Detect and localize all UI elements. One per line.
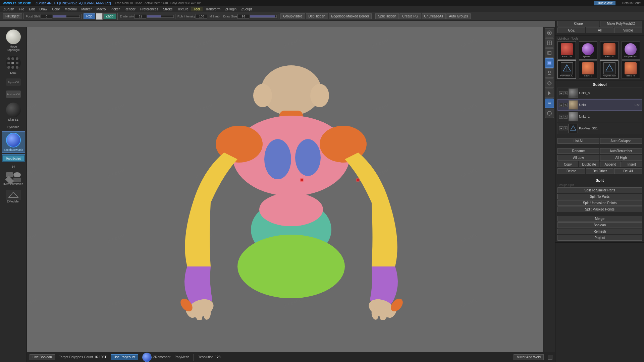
split-to-parts-button[interactable]: Split To Parts bbox=[557, 194, 642, 199]
group-visible-button[interactable]: GroupVisible bbox=[280, 13, 305, 19]
uncrease-all-button[interactable]: UnCreaseAll bbox=[422, 13, 446, 19]
menu-edit[interactable]: Edit bbox=[27, 7, 37, 11]
icon-btn-pf[interactable]: PF bbox=[545, 99, 554, 108]
menu-macro[interactable]: Macro bbox=[95, 7, 108, 11]
bottom-close-btn[interactable] bbox=[548, 355, 552, 360]
tool-thumb-polymesh3d-2[interactable]: PolyMesh3D bbox=[600, 60, 619, 79]
menu-file[interactable]: File bbox=[17, 7, 26, 11]
list-all-button[interactable]: List All bbox=[557, 138, 599, 144]
rename-button[interactable]: Rename bbox=[557, 148, 599, 154]
icon-btn-1[interactable] bbox=[545, 28, 554, 38]
left-tool-14[interactable]: 14 bbox=[2, 164, 25, 170]
fill-object-button[interactable]: FillObject bbox=[3, 13, 22, 19]
menu-zplugin[interactable]: ZPlugin bbox=[223, 7, 238, 11]
left-tool-dots[interactable]: Dots bbox=[2, 54, 25, 76]
subtool-eye-btn[interactable]: ● bbox=[559, 91, 563, 95]
menu-material[interactable]: Material bbox=[63, 7, 79, 11]
tool-thumb-basic6[interactable]: Basic_6 bbox=[600, 41, 619, 60]
subtool-eye-btn-4[interactable]: ● bbox=[559, 126, 563, 130]
left-tool-imm[interactable]: IMM Primitives bbox=[2, 171, 25, 187]
left-tool-texture[interactable]: Texture Off bbox=[2, 89, 25, 100]
left-tool-backfacemask[interactable]: BackfaceMask bbox=[2, 131, 25, 153]
focal-shift-input[interactable] bbox=[41, 14, 52, 19]
menu-zbrush[interactable]: ZBrush bbox=[1, 7, 16, 11]
rgb-button[interactable]: Rgb bbox=[84, 13, 95, 19]
icon-btn-7[interactable] bbox=[545, 88, 554, 98]
append-button[interactable]: Append bbox=[600, 162, 621, 167]
subtool-item-funk21[interactable]: ● ✎ funk2_1 bbox=[557, 111, 642, 122]
auto-collapse-button[interactable]: Auto Collapse bbox=[600, 138, 642, 144]
copy-button[interactable]: Copy bbox=[557, 162, 578, 167]
boolean-button[interactable]: Boolean bbox=[557, 222, 642, 228]
subtool-item-funk4[interactable]: ● ✎ funk4 1.5m bbox=[557, 99, 642, 111]
split-masked-button[interactable]: Split Masked Points bbox=[557, 206, 642, 212]
icon-btn-fill[interactable] bbox=[545, 58, 554, 68]
left-tool-toposculpt[interactable]: TopoSculpt bbox=[2, 154, 25, 162]
left-tool-dynamic[interactable]: Dynamic bbox=[2, 124, 25, 130]
clone-button[interactable]: Clone bbox=[557, 21, 599, 26]
subtool-eye-btn-3[interactable]: ● bbox=[559, 115, 563, 119]
remesh-button[interactable]: Remesh bbox=[557, 229, 642, 234]
subtool-item-polymesh3d1[interactable]: ● ✎ PolyMesh3D1 bbox=[557, 123, 642, 134]
duplicate-button[interactable]: Duplicate bbox=[579, 162, 600, 167]
zintensity-input[interactable] bbox=[135, 14, 146, 19]
left-tool-zmodeler[interactable]: ZModeler bbox=[2, 188, 25, 204]
merge-button[interactable]: Merge bbox=[557, 216, 642, 222]
zadd-button[interactable]: Zadd bbox=[103, 13, 116, 19]
icon-btn-5[interactable] bbox=[545, 68, 554, 78]
insert-button[interactable]: Insert bbox=[622, 162, 642, 167]
tool-thumb-basic6c[interactable]: Basic_6 bbox=[622, 60, 640, 79]
tool-thumb-basic50[interactable]: Basic_50 bbox=[557, 41, 576, 60]
use-polycount-button[interactable]: Use Polycount bbox=[111, 354, 138, 360]
menu-zscript[interactable]: ZScript bbox=[239, 7, 254, 11]
menu-preferences[interactable]: Preferences bbox=[138, 7, 160, 11]
quicksave-button[interactable]: QuickSave bbox=[594, 1, 615, 5]
live-boolean-button[interactable]: Live Boolean bbox=[30, 354, 55, 360]
rgbintensity-input[interactable] bbox=[196, 14, 207, 19]
subtool-item-funk23[interactable]: ● ✎ funk2_3 bbox=[557, 87, 642, 99]
menu-color[interactable]: Color bbox=[50, 7, 62, 11]
left-tool-alpha[interactable]: Alpha Off bbox=[2, 77, 25, 88]
project-button[interactable]: Project bbox=[557, 235, 642, 241]
split-similar-parts-button[interactable]: Split To Similar Parts bbox=[557, 187, 642, 193]
menu-stroke[interactable]: Stroke bbox=[161, 7, 175, 11]
split-hidden-button[interactable]: Split Hidden bbox=[375, 13, 399, 19]
mirror-weld-button[interactable]: Mirror And Weld bbox=[514, 354, 544, 360]
icon-btn-2[interactable] bbox=[545, 38, 554, 48]
auto-groups-button[interactable]: Auto Groups bbox=[446, 13, 471, 19]
edgeloop-masked-button[interactable]: Edgeloop Masked Border bbox=[329, 13, 372, 19]
menu-texture[interactable]: Texture bbox=[175, 7, 191, 11]
split-unmasked-button[interactable]: Split Unmasked Points bbox=[557, 200, 642, 206]
menu-marker[interactable]: Marker bbox=[79, 7, 94, 11]
subtool-edit-btn[interactable]: ✎ bbox=[564, 91, 568, 95]
all-high-button[interactable]: All High bbox=[600, 155, 642, 161]
subtool-eye-btn-2[interactable]: ● bbox=[559, 103, 563, 107]
icon-btn-3[interactable] bbox=[545, 48, 554, 58]
del-other-button[interactable]: Del Other bbox=[586, 168, 614, 174]
menu-tool[interactable]: Tool bbox=[191, 7, 203, 11]
icon-btn-circle[interactable] bbox=[545, 109, 554, 118]
subtool-edit-btn-3[interactable]: ✎ bbox=[564, 115, 568, 119]
del-all-button[interactable]: Del All bbox=[614, 168, 642, 174]
drawsize-input[interactable] bbox=[237, 14, 249, 19]
make-polymesh-button[interactable]: Make PolyMesh3D bbox=[600, 21, 642, 26]
visible-button[interactable]: Visible bbox=[614, 27, 642, 33]
det-hidden-button[interactable]: Det Hidden bbox=[306, 13, 328, 19]
tool-thumb-basic6b[interactable]: Basic_6 bbox=[579, 60, 597, 79]
all-button[interactable]: All bbox=[586, 27, 614, 33]
color-swatch[interactable] bbox=[96, 13, 103, 20]
subtool-edit-btn-2[interactable]: ✎ bbox=[564, 103, 568, 107]
autorenumber-button[interactable]: AutoRenumber bbox=[600, 148, 642, 154]
menu-transform[interactable]: Transform bbox=[203, 7, 222, 11]
tool-thumb-sphere3d[interactable]: Sphere3D bbox=[579, 41, 597, 60]
icon-btn-6[interactable] bbox=[545, 78, 554, 88]
delete-button[interactable]: Delete bbox=[557, 168, 585, 174]
viewport[interactable]: 人人素材区 人人素材区 人人素材区 人人素材区 人人素材区 人人素材区 人人素材… bbox=[27, 27, 555, 352]
menu-render[interactable]: Render bbox=[122, 7, 138, 11]
tool-thumb-simplebrush[interactable]: SimpleBrush bbox=[622, 41, 640, 60]
menu-picker[interactable]: Picker bbox=[108, 7, 122, 11]
create-pg-button[interactable]: Create PG bbox=[399, 13, 421, 19]
tool-thumb-polymesh3d[interactable]: PolyMesh3D bbox=[557, 60, 576, 79]
all-low-button[interactable]: All Low bbox=[557, 155, 599, 161]
goz-button[interactable]: GoZ bbox=[557, 27, 585, 33]
